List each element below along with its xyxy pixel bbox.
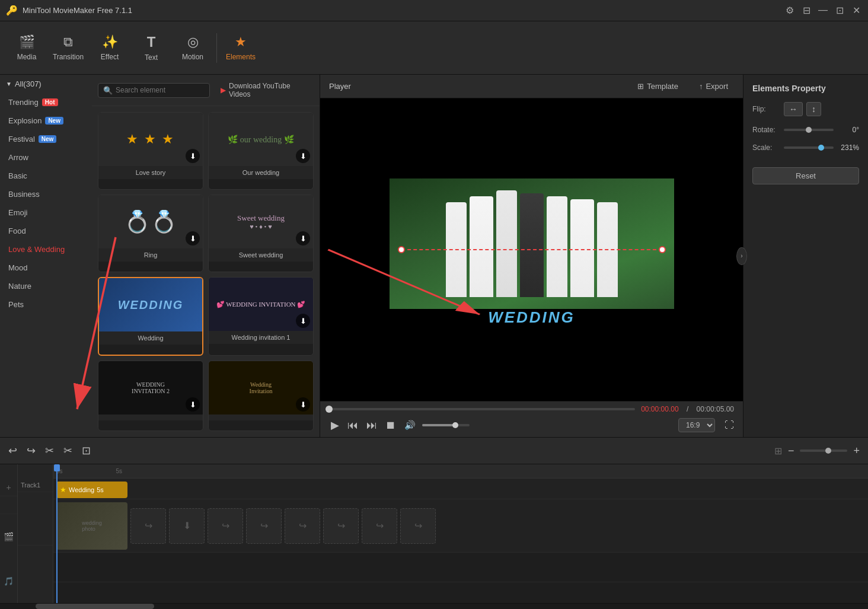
- crop-button[interactable]: ⊡: [79, 442, 93, 460]
- category-item-explosion[interactable]: Explosion New: [0, 111, 92, 130]
- transition-slot-3[interactable]: ↪: [208, 508, 243, 544]
- cut-button[interactable]: ✂: [61, 442, 75, 460]
- category-item-food[interactable]: Food: [0, 222, 92, 240]
- video-clip[interactable]: weddingphoto: [56, 502, 127, 550]
- download-love-story-btn[interactable]: ⬇: [186, 149, 200, 163]
- track1-row: ★ Wedding 5s: [53, 479, 868, 499]
- search-input[interactable]: [116, 86, 205, 94]
- toolbar-effect[interactable]: ✨ Effect: [89, 27, 130, 69]
- add-track-icon[interactable]: +: [0, 479, 17, 496]
- window-controls[interactable]: ⚙ ⊟ — ⊡ ✕: [784, 5, 862, 16]
- category-item-emoji[interactable]: Emoji: [0, 203, 92, 222]
- fullscreen-button[interactable]: ⛶: [725, 420, 734, 431]
- category-item-arrow[interactable]: Arrow: [0, 148, 92, 167]
- rotate-thumb[interactable]: [806, 127, 812, 133]
- stop-button[interactable]: ⏹: [384, 417, 398, 433]
- progress-bar[interactable]: [329, 408, 635, 410]
- element-card-love-story[interactable]: ★ ★ ★ ⬇ Love story: [98, 112, 203, 190]
- trending-badge: Hot: [42, 98, 58, 106]
- progress-thumb[interactable]: [326, 406, 333, 413]
- element-thumb-wedding-inv3: WeddingInvitation ⬇: [209, 361, 313, 414]
- download-wedding-inv3-btn[interactable]: ⬇: [296, 397, 310, 412]
- flip-vertical-button[interactable]: ↕: [806, 102, 821, 116]
- maximize-icon[interactable]: ⊡: [834, 5, 845, 16]
- scale-thumb[interactable]: [818, 145, 824, 151]
- category-item-nature[interactable]: Nature: [0, 277, 92, 295]
- download-ring-btn[interactable]: ⬇: [186, 231, 200, 245]
- toolbar-elements[interactable]: ★ Elements: [220, 27, 261, 69]
- search-box[interactable]: 🔍: [98, 83, 210, 98]
- toolbar-transition[interactable]: ⧉ Transition: [47, 27, 89, 69]
- aspect-ratio-select[interactable]: 16:9 4:3 1:1 9:16: [678, 418, 715, 432]
- category-item-business[interactable]: Business: [0, 185, 92, 203]
- volume-thumb[interactable]: [452, 422, 458, 428]
- zoom-in-button[interactable]: +: [851, 442, 862, 460]
- split-button[interactable]: ✂: [43, 442, 56, 460]
- yt-download-button[interactable]: ▶ Download YouTube Videos: [216, 79, 314, 101]
- transition-slot-4[interactable]: ↪: [246, 508, 282, 544]
- handle-left[interactable]: [398, 246, 405, 253]
- transition-slot-5[interactable]: ↪: [285, 508, 320, 544]
- h-scrollbar[interactable]: [0, 603, 868, 609]
- timeline-ruler: 0s 5s: [53, 464, 868, 479]
- undo-button[interactable]: ↩: [6, 442, 20, 460]
- minimize-button[interactable]: ⚙: [784, 5, 796, 16]
- element-card-wedding-inv2[interactable]: WEDDINGINVITATION 2 ⬇: [98, 361, 203, 431]
- element-card-wedding-inv3[interactable]: WeddingInvitation ⬇: [208, 361, 314, 431]
- flip-horizontal-button[interactable]: ↔: [784, 102, 803, 116]
- category-item-love-wedding[interactable]: Love & Wedding: [0, 240, 92, 259]
- element-card-wedding-inv1[interactable]: 💕 WEDDING INVITATION 💕 ⬇ Wedding invitat…: [208, 277, 314, 356]
- export-button[interactable]: ↑ Export: [693, 79, 734, 93]
- rotate-slider[interactable]: [784, 129, 834, 131]
- zoom-slider[interactable]: [800, 449, 847, 452]
- element-card-sweet-wedding[interactable]: Sweet wedding ♥ • ♦ • ♥ ⬇ Sweet wedding: [208, 195, 314, 272]
- scale-slider[interactable]: [784, 146, 834, 149]
- element-card-wedding[interactable]: WEDDING Wedding: [98, 277, 203, 356]
- transition-slot-2[interactable]: ⬇: [169, 508, 205, 544]
- festival-badge: New: [39, 135, 57, 143]
- transition-slot-7[interactable]: ↪: [362, 508, 397, 544]
- reset-button[interactable]: Reset: [752, 167, 859, 184]
- toolbar-media[interactable]: 🎬 Media: [6, 27, 47, 69]
- wedding-element-clip[interactable]: ★ Wedding 5s: [56, 482, 127, 498]
- handle-right[interactable]: [659, 246, 666, 253]
- settings-icon[interactable]: ⊟: [800, 5, 812, 16]
- category-item-festival[interactable]: Festival New: [0, 130, 92, 148]
- category-item-basic[interactable]: Basic: [0, 167, 92, 185]
- download-sweet-wedding-btn[interactable]: ⬇: [296, 231, 310, 245]
- transition-slot-6[interactable]: ↪: [323, 508, 359, 544]
- zoom-thumb[interactable]: [825, 448, 831, 454]
- category-item-trending[interactable]: Trending Hot: [0, 93, 92, 111]
- template-button[interactable]: ⊞ Template: [631, 79, 684, 93]
- transition-slot-8[interactable]: ↪: [400, 508, 436, 544]
- play-button[interactable]: ▶: [329, 417, 341, 433]
- download-wedding-inv2-btn[interactable]: ⬇: [186, 397, 200, 412]
- explosion-badge: New: [45, 117, 63, 125]
- category-item-mood[interactable]: Mood: [0, 259, 92, 277]
- next-frame-button[interactable]: ⏭: [365, 417, 379, 433]
- video-preview: WEDDING: [390, 170, 674, 330]
- h-scrollbar-thumb[interactable]: [36, 604, 154, 609]
- download-our-wedding-btn[interactable]: ⬇: [296, 149, 310, 163]
- toolbar-motion[interactable]: ◎ Motion: [172, 27, 213, 69]
- redo-button[interactable]: ↪: [24, 442, 38, 460]
- prev-frame-button[interactable]: ⏮: [346, 417, 360, 433]
- toolbar-text[interactable]: T Text: [130, 27, 172, 69]
- category-item-pets[interactable]: Pets: [0, 295, 92, 314]
- volume-fill: [422, 424, 455, 426]
- element-card-ring[interactable]: 💍💍 ⬇ Ring: [98, 195, 203, 272]
- zoom-out-button[interactable]: −: [786, 442, 797, 460]
- minimize-icon[interactable]: —: [817, 5, 829, 16]
- volume-slider[interactable]: [422, 424, 470, 426]
- category-basic-label: Basic: [8, 171, 27, 180]
- category-all-header[interactable]: ▼ All(307): [0, 75, 92, 93]
- elements-content: 🔍 ▶ Download YouTube Videos ★ ★ ★: [92, 75, 320, 437]
- close-icon[interactable]: ✕: [850, 5, 862, 16]
- panel-collapse-arrow[interactable]: ›: [736, 247, 747, 265]
- scale-label: Scale:: [752, 144, 779, 152]
- wedding-clip-label: Wedding: [69, 486, 94, 493]
- download-wedding-inv1-btn[interactable]: ⬇: [296, 314, 310, 328]
- element-card-our-wedding[interactable]: 🌿 our wedding 🌿 ⬇ Our wedding: [208, 112, 314, 190]
- transition-slot-1[interactable]: ↪: [130, 508, 166, 544]
- volume-button[interactable]: 🔊: [403, 418, 417, 432]
